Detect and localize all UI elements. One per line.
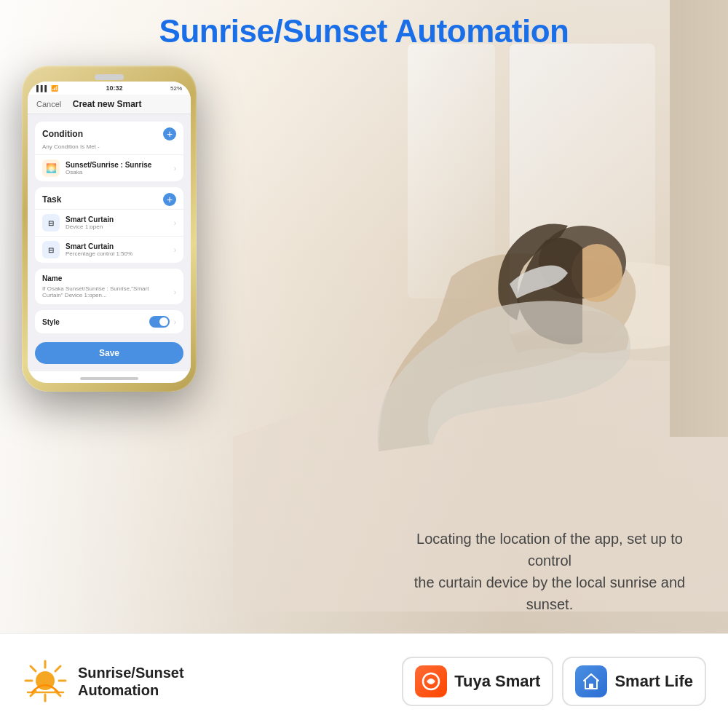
wifi-icon: 📶 [51,85,58,92]
style-chevron: › [174,318,176,326]
home-indicator[interactable] [80,377,138,380]
condition-card: Condition + Any Condition Is Met - 🌅 Sun… [35,122,183,181]
description-line2: the curtain device by the local sunrise … [393,571,706,615]
feature-info: Sunrise/Sunset Automation [22,657,402,705]
sunrise-item-title: Sunset/Sunrise : Sunrise [66,161,174,169]
sunrise-item-detail: Osaka [66,169,174,175]
curtain-icon-1: ⊟ [42,214,60,232]
svg-rect-15 [589,684,593,689]
tuya-smart-label: Tuya Smart [454,672,540,691]
style-label: Style [42,318,60,326]
name-chevron: › [174,288,176,296]
battery-text: 52% [170,85,182,92]
smartlife-icon [575,665,607,697]
task-1-title: Smart Curtain [66,215,174,223]
task-card: Task + ⊟ Smart Curtain Device 1:open › [35,187,183,263]
status-time: 10:32 [106,84,122,92]
task-2-detail: Percentage control 1:50% [66,250,174,257]
curtain-icon-2: ⊟ [42,241,60,258]
description-area: Locating the location of the app, set up… [393,528,706,615]
condition-header: Condition + [35,122,183,143]
app-content: Condition + Any Condition Is Met - 🌅 Sun… [28,114,191,371]
smart-life-label: Smart Life [614,672,693,691]
phone-mockup: ▌▌▌ 📶 10:32 52% Cancel Creat new Smart [22,66,197,392]
phone-screen: ▌▌▌ 📶 10:32 52% Cancel Creat new Smart [28,82,191,383]
cancel-button[interactable]: Cancel [36,100,61,108]
phone-outer-frame: ▌▌▌ 📶 10:32 52% Cancel Creat new Smart [22,66,197,392]
curtain-right [670,0,728,437]
sunrise-condition-row[interactable]: 🌅 Sunset/Sunrise : Sunrise Osaka › [35,154,183,181]
sunrise-condition-text: Sunset/Sunrise : Sunrise Osaka [66,161,174,175]
task-1-text: Smart Curtain Device 1:open [66,215,174,230]
condition-subtitle: Any Condition Is Met - [35,143,183,154]
task-1-chevron: › [174,219,176,227]
style-card: Style › [35,310,183,333]
task-add-button[interactable]: + [163,193,176,206]
status-bar: ▌▌▌ 📶 10:32 52% [28,82,191,95]
signal-icon: ▌▌▌ [36,85,49,92]
task-2-title: Smart Curtain [66,242,174,250]
app-badges: Tuya Smart Smart Life [402,657,706,706]
nav-bar: Cancel Creat new Smart [28,95,191,114]
feature-title-line2: Automation [78,681,184,699]
status-right-icons: 52% [170,85,182,92]
task-header: Task + [35,187,183,209]
task-item-1[interactable]: ⊟ Smart Curtain Device 1:open › [35,209,183,236]
save-button[interactable]: Save [35,342,183,364]
svg-line-7 [31,666,36,671]
svg-point-14 [429,679,433,684]
condition-add-button[interactable]: + [163,127,176,141]
smart-life-badge: Smart Life [562,657,706,706]
svg-line-9 [55,666,60,671]
name-value: If Osaka Sunset/Sunrise : Sunrise,"Smart… [42,285,174,298]
feature-title-line1: Sunrise/Sunset [78,664,184,681]
task-2-text: Smart Curtain Percentage control 1:50% [66,242,174,257]
task-title: Task [42,194,61,205]
sunrise-icon: 🌅 [42,159,60,177]
nav-title: Creat new Smart [73,99,142,109]
style-toggle[interactable] [149,316,170,328]
tuya-smart-badge: Tuya Smart [402,657,553,706]
description-line1: Locating the location of the app, set up… [393,528,706,571]
task-1-detail: Device 1:open [66,223,174,230]
condition-chevron: › [174,165,176,173]
tuya-icon [415,665,447,697]
feature-title-group: Sunrise/Sunset Automation [78,664,184,699]
condition-title: Condition [42,129,83,139]
page-title: Sunrise/Sunset Automation [0,13,728,50]
status-left-icons: ▌▌▌ 📶 [36,85,58,92]
task-2-chevron: › [174,246,176,254]
phone-speaker [95,74,124,80]
name-label: Name [42,274,176,282]
bottom-bar: Sunrise/Sunset Automation Tuya Smart [0,633,728,728]
sunrise-sunset-icon [22,657,69,705]
name-card[interactable]: Name If Osaka Sunset/Sunrise : Sunrise,"… [35,269,183,304]
task-item-2[interactable]: ⊟ Smart Curtain Percentage control 1:50%… [35,236,183,263]
